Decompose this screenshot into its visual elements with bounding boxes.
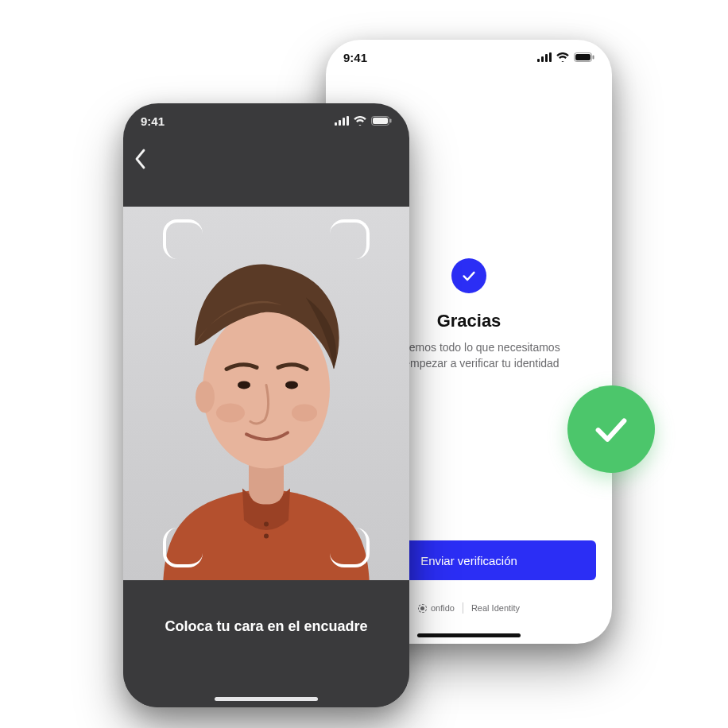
- send-verification-label: Enviar verificación: [420, 554, 517, 567]
- battery-icon: [371, 116, 392, 126]
- brand-divider: [463, 602, 463, 614]
- thanks-title: Gracias: [437, 311, 501, 331]
- home-indicator: [215, 697, 318, 701]
- svg-point-15: [264, 533, 269, 538]
- svg-point-18: [196, 381, 215, 412]
- frame-bracket-top-left-icon: [163, 219, 203, 259]
- success-badge-icon: [567, 385, 655, 473]
- svg-rect-8: [339, 120, 341, 126]
- status-time: 9:41: [141, 114, 165, 128]
- brand-name: onfido: [431, 603, 455, 613]
- canvas: 9:41 Gracias Ya tenemos todo lo que nece…: [0, 0, 728, 728]
- svg-rect-13: [390, 119, 392, 123]
- instruction-footer: Coloca tu cara en el encuadre: [123, 580, 409, 707]
- status-icons: [335, 116, 392, 126]
- svg-point-22: [292, 404, 317, 421]
- svg-point-20: [285, 381, 298, 389]
- brand-tagline: Real Identity: [471, 603, 520, 613]
- svg-point-19: [238, 381, 250, 389]
- svg-point-21: [216, 403, 245, 422]
- camera-viewport: [123, 207, 409, 580]
- back-button[interactable]: [134, 149, 147, 172]
- instruction-text: Coloca tu cara en el encuadre: [165, 618, 367, 635]
- frame-bracket-bottom-left-icon: [163, 528, 203, 567]
- cellular-signal-icon: [335, 116, 349, 126]
- frame-bracket-bottom-right-icon: [330, 528, 370, 567]
- svg-rect-10: [347, 116, 349, 126]
- nav-bar: [123, 138, 409, 183]
- frame-bracket-top-right-icon: [330, 219, 370, 259]
- svg-rect-7: [335, 122, 337, 126]
- brand-glyph-icon: [418, 604, 427, 613]
- selfie-capture-phone: 9:41: [123, 103, 409, 707]
- svg-rect-9: [343, 118, 345, 126]
- success-check-icon: [451, 258, 486, 293]
- svg-rect-12: [373, 118, 388, 124]
- brand-logo: onfido: [418, 603, 455, 613]
- wifi-icon: [354, 116, 366, 126]
- svg-point-14: [264, 521, 269, 526]
- home-indicator: [417, 633, 521, 637]
- chevron-left-icon: [134, 149, 147, 169]
- status-bar: 9:41: [123, 103, 409, 138]
